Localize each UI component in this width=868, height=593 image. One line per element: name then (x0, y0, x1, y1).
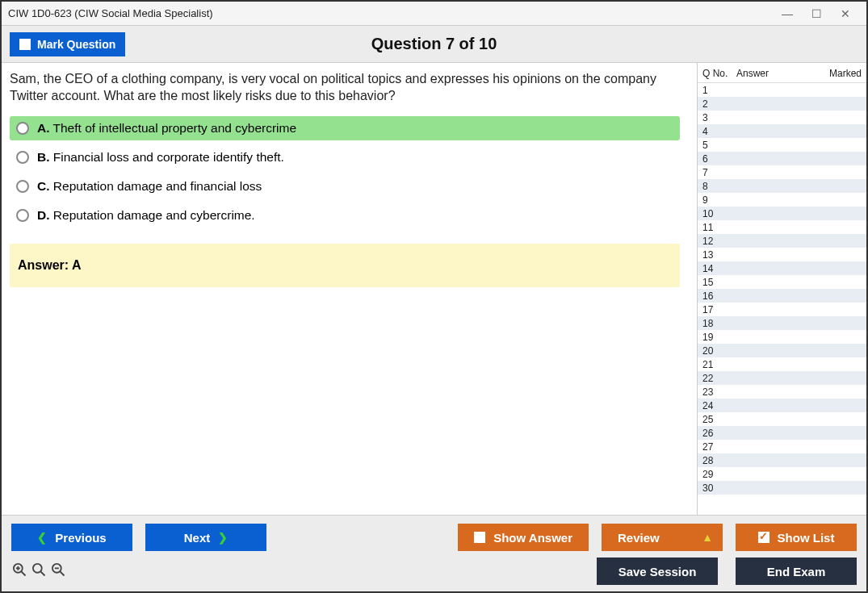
col-qno: Q No. (702, 68, 736, 79)
question-row[interactable]: 11 (698, 220, 866, 234)
svg-line-1 (22, 571, 26, 575)
qno-cell: 12 (702, 236, 736, 247)
qno-cell: 1 (702, 85, 736, 96)
option-a[interactable]: A. Theft of intellectual property and cy… (10, 116, 680, 140)
question-row[interactable]: 2 (698, 97, 866, 111)
end-exam-button[interactable]: End Exam (736, 558, 857, 585)
option-letter: C. (37, 179, 50, 193)
radio-icon (16, 180, 29, 193)
question-row[interactable]: 19 (698, 330, 866, 344)
qno-cell: 23 (702, 386, 736, 398)
mark-question-label: Mark Question (37, 38, 115, 51)
col-marked: Marked (810, 68, 862, 79)
qno-cell: 5 (702, 140, 736, 151)
question-row[interactable]: 16 (698, 289, 866, 303)
review-label: Review (618, 531, 660, 545)
options-list: A. Theft of intellectual property and cy… (10, 116, 689, 228)
qno-cell: 19 (702, 332, 736, 343)
review-button[interactable]: Review ▲ (602, 524, 723, 551)
question-row[interactable]: 12 (698, 234, 866, 248)
triangle-up-icon: ▲ (702, 531, 713, 544)
question-list-header: Q No. Answer Marked (698, 63, 866, 83)
question-row[interactable]: 10 (698, 207, 866, 220)
qno-cell: 22 (702, 373, 736, 384)
option-text: Reputation damage and cybercrime. (53, 208, 255, 222)
titlebar: CIW 1D0-623 (CIW Social Media Specialist… (2, 2, 866, 26)
show-answer-label: Show Answer (493, 531, 572, 545)
question-row[interactable]: 18 (698, 316, 866, 330)
content-area: Sam, the CEO of a clothing company, is v… (2, 63, 866, 515)
qno-cell: 10 (702, 208, 736, 219)
close-button[interactable]: ✕ (831, 5, 860, 23)
question-row[interactable]: 5 (698, 138, 866, 152)
minimize-button[interactable]: — (773, 5, 802, 23)
qno-cell: 8 (702, 181, 736, 192)
svg-line-5 (41, 571, 45, 575)
svg-line-7 (61, 571, 65, 575)
question-row[interactable]: 22 (698, 371, 866, 385)
app-window: CIW 1D0-623 (CIW Social Media Specialist… (0, 0, 868, 593)
question-row[interactable]: 14 (698, 261, 866, 275)
qno-cell: 24 (702, 400, 736, 411)
question-row[interactable]: 8 (698, 179, 866, 193)
question-row[interactable]: 28 (698, 453, 866, 467)
qno-cell: 15 (702, 277, 736, 288)
question-row[interactable]: 13 (698, 248, 866, 261)
question-row[interactable]: 23 (698, 385, 866, 399)
previous-button[interactable]: ❮ Previous (11, 524, 132, 551)
option-letter: D. (37, 208, 50, 222)
question-row[interactable]: 29 (698, 467, 866, 481)
question-list-body[interactable]: 1234567891011121314151617181920212223242… (698, 83, 866, 515)
answer-box: Answer: A (10, 244, 680, 287)
qno-cell: 13 (702, 249, 736, 261)
question-row[interactable]: 24 (698, 399, 866, 412)
question-row[interactable]: 4 (698, 124, 866, 138)
qno-cell: 21 (702, 359, 736, 370)
qno-cell: 6 (702, 153, 736, 165)
question-row[interactable]: 20 (698, 344, 866, 357)
maximize-button[interactable]: ☐ (802, 5, 831, 23)
checkbox-icon (19, 39, 31, 50)
next-button[interactable]: Next ❯ (145, 524, 266, 551)
question-row[interactable]: 1 (698, 83, 866, 97)
question-row[interactable]: 7 (698, 165, 866, 179)
qno-cell: 27 (702, 441, 736, 453)
show-list-button[interactable]: Show List (736, 524, 857, 551)
header-bar: Mark Question Question 7 of 10 (2, 26, 866, 63)
qno-cell: 26 (702, 428, 736, 439)
question-row[interactable]: 27 (698, 440, 866, 453)
option-d[interactable]: D. Reputation damage and cybercrime. (10, 203, 680, 228)
radio-icon (16, 209, 29, 222)
option-letter: A. (37, 121, 50, 135)
option-c[interactable]: C. Reputation damage and financial loss (10, 174, 680, 198)
show-answer-button[interactable]: Show Answer (458, 524, 589, 551)
question-row[interactable]: 17 (698, 303, 866, 316)
qno-cell: 14 (702, 263, 736, 274)
question-row[interactable]: 26 (698, 426, 866, 440)
main-panel: Sam, the CEO of a clothing company, is v… (2, 63, 697, 515)
save-session-button[interactable]: Save Session (597, 558, 718, 585)
question-row[interactable]: 25 (698, 412, 866, 426)
option-letter: B. (37, 150, 50, 164)
qno-cell: 25 (702, 414, 736, 425)
qno-cell: 30 (702, 482, 736, 494)
zoom-out-icon[interactable] (50, 562, 66, 582)
next-label: Next (184, 531, 211, 545)
question-row[interactable]: 30 (698, 481, 866, 495)
chevron-right-icon: ❯ (218, 531, 228, 544)
zoom-reset-icon[interactable] (11, 562, 27, 582)
question-row[interactable]: 3 (698, 111, 866, 124)
qno-cell: 18 (702, 318, 736, 329)
question-row[interactable]: 15 (698, 275, 866, 289)
option-text: Reputation damage and financial loss (53, 179, 262, 193)
mark-question-button[interactable]: Mark Question (10, 32, 125, 56)
qno-cell: 2 (702, 98, 736, 110)
option-b[interactable]: B. Financial loss and corporate identify… (10, 145, 680, 169)
question-row[interactable]: 9 (698, 193, 866, 207)
question-row[interactable]: 6 (698, 152, 866, 165)
question-row[interactable]: 21 (698, 357, 866, 371)
previous-label: Previous (55, 531, 106, 545)
col-answer: Answer (736, 68, 810, 79)
radio-icon (16, 151, 29, 164)
zoom-in-icon[interactable] (31, 562, 47, 582)
